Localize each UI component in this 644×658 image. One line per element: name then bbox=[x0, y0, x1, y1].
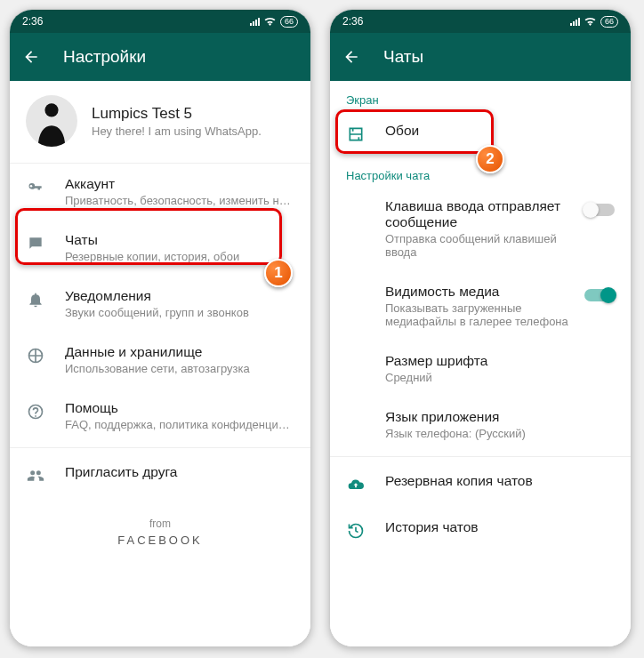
chats-item-font-size[interactable]: Размер шрифтаСредний bbox=[330, 341, 631, 397]
spacer-icon bbox=[346, 285, 366, 305]
divider bbox=[330, 456, 631, 457]
item-title: Помощь bbox=[65, 400, 294, 416]
settings-item-notifications[interactable]: УведомленияЗвуки сообщений, групп и звон… bbox=[10, 276, 310, 332]
status-bar: 2:36 66 bbox=[330, 10, 631, 33]
chat-icon bbox=[26, 234, 45, 253]
toggle-media-visibility[interactable] bbox=[584, 289, 615, 301]
settings-content: Lumpics Test 5 Hey there! I am using Wha… bbox=[10, 81, 310, 646]
chats-item-history[interactable]: История чатов bbox=[330, 507, 631, 553]
item-title: Данные и хранилище bbox=[65, 344, 294, 360]
step-badge-1: 1 bbox=[264, 259, 293, 287]
bell-icon bbox=[26, 290, 45, 309]
appbar-title: Настройки bbox=[63, 47, 146, 67]
cloud-upload-icon bbox=[346, 475, 366, 494]
footer-brand: FACEBOOK bbox=[10, 534, 310, 547]
item-title: Клавиша ввода отправляет сообщение bbox=[385, 198, 577, 230]
profile-row[interactable]: Lumpics Test 5 Hey there! I am using Wha… bbox=[10, 81, 310, 164]
item-title: Резервная копия чатов bbox=[385, 473, 615, 489]
chats-item-backup[interactable]: Резервная копия чатов bbox=[330, 461, 631, 507]
chats-item-app-language[interactable]: Язык приложенияЯзык телефона: (Русский) bbox=[330, 397, 631, 453]
history-icon bbox=[346, 521, 366, 541]
item-title: Аккаунт bbox=[65, 176, 294, 192]
battery-icon: 66 bbox=[600, 16, 618, 28]
item-title: Обои bbox=[385, 123, 615, 139]
data-icon bbox=[26, 346, 45, 365]
avatar bbox=[26, 95, 77, 147]
wallpaper-icon bbox=[346, 124, 366, 144]
back-icon[interactable] bbox=[342, 48, 360, 66]
key-icon bbox=[26, 178, 45, 197]
clock: 2:36 bbox=[22, 15, 43, 28]
back-icon[interactable] bbox=[22, 48, 40, 66]
profile-name: Lumpics Test 5 bbox=[92, 105, 262, 123]
settings-item-invite[interactable]: Пригласить друга bbox=[10, 452, 310, 498]
item-title: Язык приложения bbox=[385, 409, 615, 425]
svg-point-1 bbox=[30, 185, 33, 188]
toggle-enter-send[interactable] bbox=[584, 204, 615, 216]
item-sub: FAQ, поддержка, политика конфиденциальн.… bbox=[65, 418, 294, 431]
item-title: Видимость медиа bbox=[385, 284, 577, 300]
status-right: 66 bbox=[250, 16, 298, 28]
settings-item-account[interactable]: АккаунтПриватность, безопасность, измени… bbox=[10, 164, 310, 220]
spacer-icon bbox=[346, 355, 366, 374]
signal-icon bbox=[250, 17, 260, 26]
wifi-icon bbox=[264, 17, 276, 26]
phone-left: 2:36 66 Настройки Lumpics Test 5 Hey the… bbox=[9, 9, 311, 647]
svg-point-0 bbox=[44, 103, 58, 116]
section-screen: Экран bbox=[330, 81, 631, 110]
item-sub: Отправка сообщений клавишей ввода bbox=[385, 232, 577, 259]
battery-icon: 66 bbox=[280, 16, 298, 28]
status-right: 66 bbox=[570, 16, 618, 28]
chats-item-media-visibility[interactable]: Видимость медиаПоказывать загруженные ме… bbox=[330, 271, 631, 341]
settings-item-help[interactable]: ПомощьFAQ, поддержка, политика конфиденц… bbox=[10, 388, 310, 444]
chats-item-enter-send[interactable]: Клавиша ввода отправляет сообщениеОтправ… bbox=[330, 186, 631, 271]
footer-from: from bbox=[10, 518, 310, 530]
divider bbox=[10, 447, 310, 448]
item-sub: Средний bbox=[385, 371, 615, 384]
item-sub: Приватность, безопасность, изменить номе… bbox=[65, 194, 294, 207]
app-bar: Настройки bbox=[10, 33, 310, 81]
signal-icon bbox=[570, 17, 580, 26]
step-badge-2: 2 bbox=[476, 145, 504, 173]
item-sub: Звуки сообщений, групп и звонков bbox=[65, 306, 294, 319]
item-sub: Язык телефона: (Русский) bbox=[385, 427, 615, 440]
item-title: Чаты bbox=[65, 232, 294, 248]
item-title: Пригласить друга bbox=[65, 464, 294, 480]
item-title: История чатов bbox=[385, 519, 615, 535]
appbar-title: Чаты bbox=[383, 47, 423, 67]
settings-item-data[interactable]: Данные и хранилищеИспользование сети, ав… bbox=[10, 332, 310, 388]
help-icon bbox=[26, 402, 45, 421]
spacer-icon bbox=[346, 200, 366, 220]
item-title: Размер шрифта bbox=[385, 353, 615, 369]
profile-status: Hey there! I am using WhatsApp. bbox=[92, 124, 262, 138]
phone-right: 2:36 66 Чаты Экран Обои Настройки чата К… bbox=[329, 9, 632, 647]
people-icon bbox=[26, 466, 45, 485]
item-title: Уведомления bbox=[65, 288, 294, 304]
clock: 2:36 bbox=[342, 15, 363, 28]
app-bar: Чаты bbox=[330, 33, 631, 81]
item-sub: Резервные копии, история, обои bbox=[65, 250, 294, 263]
wifi-icon bbox=[584, 17, 596, 26]
item-sub: Показывать загруженные медиафайлы в гале… bbox=[385, 301, 577, 328]
item-sub: Использование сети, автозагрузка bbox=[65, 362, 294, 375]
status-bar: 2:36 66 bbox=[10, 10, 310, 33]
spacer-icon bbox=[346, 411, 366, 430]
